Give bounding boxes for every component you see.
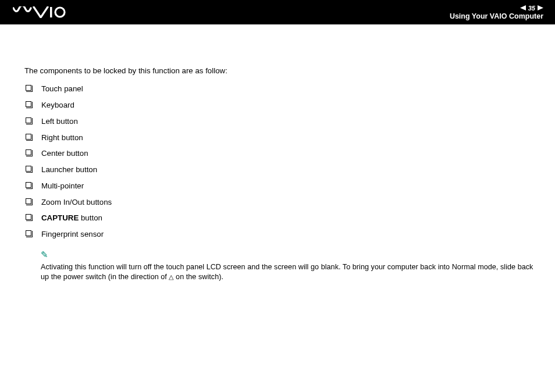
checkbox-bullet-icon: [26, 182, 31, 188]
list-item: Touch panel: [26, 83, 543, 94]
list-item: Multi-pointer: [26, 180, 543, 191]
checkbox-bullet-icon: [26, 117, 31, 123]
vaio-logo: [13, 6, 66, 18]
list-item: Left button: [26, 116, 543, 127]
intro-text: The components to be locked by this func…: [24, 65, 543, 76]
page-header: 35 Using Your VAIO Computer: [0, 0, 555, 24]
list-item: CAPTURE button: [26, 212, 543, 223]
list-item: Zoom In/Out buttons: [26, 197, 543, 208]
page-nav: 35: [520, 5, 543, 12]
checkbox-bullet-icon: [26, 166, 31, 172]
header-right: 35 Using Your VAIO Computer: [450, 5, 543, 20]
component-list: Touch panelKeyboardLeft buttonRight butt…: [26, 83, 543, 240]
svg-marker-3: [538, 5, 543, 10]
checkbox-bullet-icon: [26, 101, 31, 107]
list-item-label: Right button: [41, 132, 83, 143]
nav-prev-icon[interactable]: [520, 5, 526, 10]
note-block: ✎ Activating this function will turn off…: [41, 249, 543, 281]
list-item: Right button: [26, 132, 543, 143]
checkbox-bullet-icon: [26, 149, 31, 155]
nav-next-icon[interactable]: [538, 5, 543, 10]
list-item-label: Left button: [41, 116, 78, 127]
list-item-label: Multi-pointer: [41, 180, 84, 191]
checkbox-bullet-icon: [26, 214, 31, 220]
page-content: The components to be locked by this func…: [0, 24, 555, 282]
list-item: Launcher button: [26, 164, 543, 175]
checkbox-bullet-icon: [26, 134, 31, 140]
note-text: Activating this function will turn off t…: [41, 263, 533, 281]
checkbox-bullet-icon: [26, 85, 31, 91]
page-number: 35: [528, 5, 535, 12]
list-item-label: Zoom In/Out buttons: [41, 197, 112, 208]
note-pencil-icon: ✎: [41, 249, 538, 261]
list-item-label: Touch panel: [41, 83, 83, 94]
list-item: Fingerprint sensor: [26, 229, 543, 240]
list-item: Center button: [26, 148, 543, 159]
triangle-up-icon: △: [169, 273, 173, 281]
svg-point-1: [55, 8, 65, 17]
list-item-label: Launcher button: [41, 164, 97, 175]
svg-rect-0: [50, 7, 52, 17]
checkbox-bullet-icon: [26, 230, 31, 236]
list-item-label: Fingerprint sensor: [41, 229, 104, 240]
list-item-label: Keyboard: [41, 99, 74, 111]
svg-marker-2: [520, 5, 526, 10]
list-item-label: Center button: [41, 148, 88, 159]
list-item: Keyboard: [26, 99, 543, 111]
section-title: Using Your VAIO Computer: [450, 12, 543, 20]
checkbox-bullet-icon: [26, 198, 31, 204]
list-item-label: CAPTURE button: [41, 212, 102, 223]
